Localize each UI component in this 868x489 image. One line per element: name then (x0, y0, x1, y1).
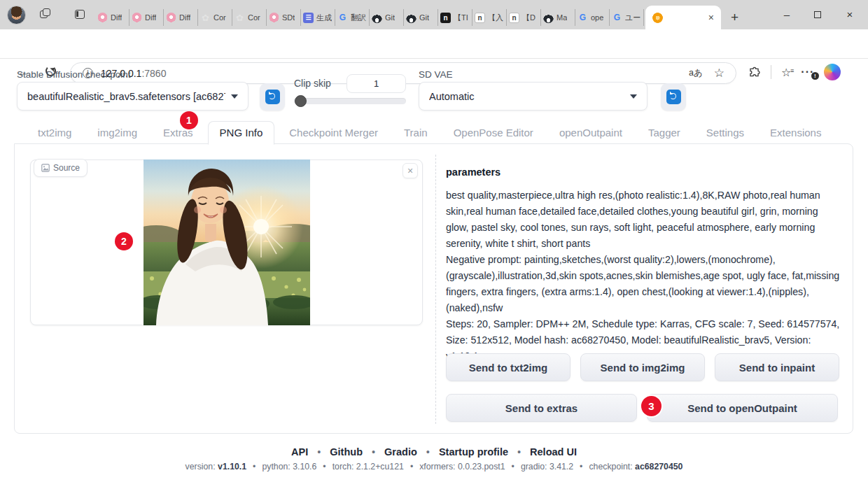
google-favicon-icon: G (612, 13, 622, 23)
browser-tab[interactable]: n【入 (472, 9, 507, 26)
tab-img2img[interactable]: img2img (86, 122, 148, 144)
checkpoint-value: beautifulRealistic_brav5.safetensors [ac… (27, 91, 225, 102)
sd-vae-value: Automatic (429, 91, 624, 102)
tab-openpose-editor[interactable]: OpenPose Editor (442, 122, 545, 144)
column-divider (435, 155, 436, 424)
footer-dot-separator: • (512, 462, 514, 472)
source-image-panel[interactable]: Source × (30, 160, 423, 325)
version-value: 3.10.6 (293, 462, 316, 472)
tab-close-icon[interactable]: × (708, 13, 714, 22)
footer-dot-separator: • (580, 462, 582, 472)
pin-favicon-icon (166, 13, 176, 23)
new-tab-button[interactable]: + (731, 10, 738, 25)
sd-vae-refresh-button[interactable] (661, 83, 686, 111)
tab-openoutpaint[interactable]: openOutpaint (548, 122, 634, 144)
negative-prompt-text: Negative prompt: painting,sketches,(wors… (446, 252, 843, 316)
close-button[interactable]: × (834, 3, 865, 27)
parameters-title: parameters (446, 166, 843, 178)
version-segment: xformers: 0.0.23.post1 (419, 462, 505, 472)
browser-tab[interactable]: ☰生成 (301, 9, 335, 26)
footer-dot-separator: • (253, 462, 255, 472)
github-favicon-icon (406, 13, 416, 23)
browser-tab[interactable]: SDt (267, 9, 301, 26)
bookmark-star-icon[interactable]: ☆ (714, 66, 724, 80)
chevron-down-icon (630, 94, 637, 99)
footer-links: API•Github•Gradio•Startup profile•Reload… (0, 446, 868, 458)
translate-icon[interactable]: aあ (689, 67, 703, 79)
version-segment: python: 3.10.6 (262, 462, 316, 472)
send-to-extras-button[interactable]: Send to extras (446, 394, 637, 422)
browser-tab[interactable]: Gope (575, 9, 610, 26)
workspaces-icon[interactable] (38, 9, 51, 20)
footer-link-gradio[interactable]: Gradio (384, 446, 417, 458)
browser-tab[interactable]: Diff (130, 9, 164, 26)
checkpoint-refresh-button[interactable] (260, 83, 285, 111)
browser-tab-active[interactable]: × (645, 6, 721, 29)
version-key: gradio: (521, 462, 550, 472)
source-chip: Source (34, 159, 88, 177)
browser-tab-title: Git (419, 13, 429, 22)
browser-tab[interactable]: Gユー (610, 9, 644, 26)
browser-tab[interactable]: Git (404, 9, 438, 26)
pin-favicon-icon (132, 13, 142, 23)
clip-skip-slider-handle[interactable] (295, 95, 307, 107)
browser-tab[interactable]: n【TI (438, 9, 472, 26)
tab-train[interactable]: Train (393, 122, 439, 144)
version-value: 0.0.23.post1 (458, 462, 505, 472)
bluedoc-favicon-icon: ☰ (303, 13, 314, 23)
tab-tagger[interactable]: Tagger (637, 122, 692, 144)
send-to-txt2img-button[interactable]: Send to txt2img (446, 353, 570, 381)
footer-dot-separator: • (317, 446, 321, 458)
favorites-icon[interactable]: ☆≡ (781, 66, 791, 79)
flower-favicon-icon: ✿ (200, 13, 211, 23)
refresh-arrows-icon (666, 90, 681, 104)
browser-tab-title: Diff (145, 13, 156, 22)
footer-version-line: version: v1.10.1•python: 3.10.6•torch: 2… (0, 462, 868, 472)
send-to-openoutpaint-button[interactable]: Send to openOutpaint (647, 394, 838, 422)
source-photo[interactable] (144, 160, 310, 325)
tab-png-info[interactable]: PNG Info (208, 121, 275, 145)
clear-image-button[interactable]: × (402, 163, 418, 178)
tab-actions-icon[interactable] (74, 9, 87, 20)
browser-tab[interactable]: Git (370, 9, 404, 26)
send-to-inpaint-button[interactable]: Send to inpaint (715, 353, 839, 381)
browser-tab[interactable]: ✿Cor (198, 9, 232, 26)
clip-skip-slider[interactable] (294, 98, 406, 104)
browser-tab-title: Diff (179, 13, 190, 22)
clip-skip-value[interactable]: 1 (346, 74, 406, 93)
flower-favicon-icon: ✿ (234, 13, 245, 23)
google-favicon-icon: G (578, 13, 588, 23)
footer-link-github[interactable]: Github (330, 446, 363, 458)
tab-settings[interactable]: Settings (695, 122, 755, 144)
footer-dot-separator: • (410, 462, 413, 472)
sd-vae-dropdown[interactable]: Automatic (419, 82, 648, 111)
tab-txt2img[interactable]: txt2img (27, 122, 83, 144)
browser-tab-title: Cor (214, 13, 226, 22)
gradio-favicon-icon (652, 13, 663, 23)
extensions-puzzle-icon[interactable] (748, 66, 761, 79)
tab-extensions[interactable]: Extensions (759, 122, 832, 144)
browser-tab[interactable]: ✿Cor (232, 9, 267, 26)
browser-tab-title: SDt (282, 13, 295, 22)
send-to-img2img-button[interactable]: Send to img2img (580, 353, 705, 381)
minimize-button[interactable]: – (771, 3, 802, 27)
footer-link-reload-ui[interactable]: Reload UI (530, 446, 577, 458)
more-menu-icon[interactable]: ···! (801, 66, 814, 78)
footer-dot-separator: • (323, 462, 326, 472)
footer-link-startup-profile[interactable]: Startup profile (439, 446, 508, 458)
tab-checkpoint-merger[interactable]: Checkpoint Merger (278, 122, 389, 144)
checkpoint-dropdown[interactable]: beautifulRealistic_brav5.safetensors [ac… (17, 82, 248, 111)
browser-tab[interactable]: Diff (164, 9, 198, 26)
browser-tab[interactable]: n【D (507, 9, 541, 26)
maximize-button[interactable] (802, 3, 833, 27)
browser-tab[interactable]: Diff (95, 9, 130, 26)
browser-tab[interactable]: G翻訳 (335, 9, 370, 26)
prompt-text: best quality,masterpiece,ultra high res,… (446, 187, 843, 252)
version-segment: version: v1.10.1 (186, 462, 247, 472)
browser-tab[interactable]: Ma (541, 9, 575, 26)
copilot-icon[interactable] (824, 64, 841, 80)
browser-tab-title: Cor (248, 13, 260, 22)
pin-favicon-icon (269, 13, 279, 23)
footer-link-api[interactable]: API (291, 446, 308, 458)
profile-avatar[interactable] (7, 6, 26, 24)
